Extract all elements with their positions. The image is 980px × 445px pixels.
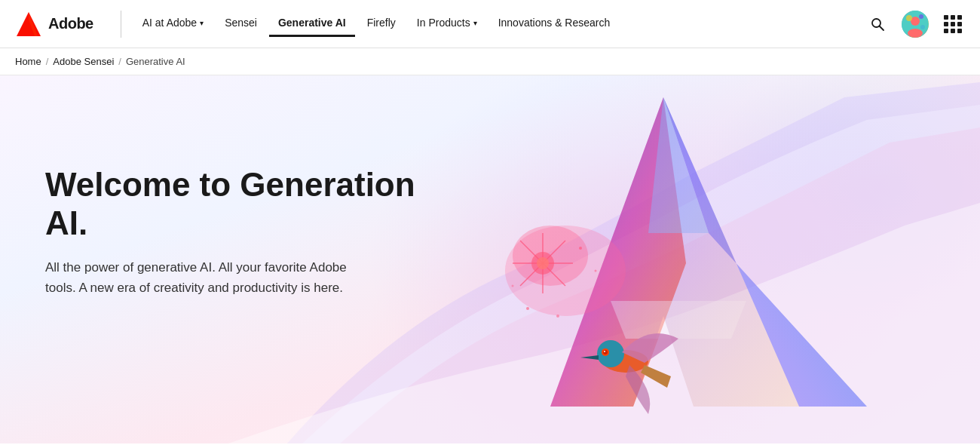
apps-grid-button[interactable]	[941, 12, 965, 36]
breadcrumb-home[interactable]: Home	[15, 56, 41, 67]
svg-point-8	[919, 14, 923, 19]
breadcrumb-current: Generative AI	[126, 56, 185, 67]
hero-content: Welcome to Generation AI. All the power …	[45, 166, 460, 299]
breadcrumb-adobe-sensei[interactable]: Adobe Sensei	[53, 56, 114, 67]
svg-point-7	[906, 15, 912, 21]
chevron-down-icon: ▾	[473, 19, 477, 27]
main-navigation: Adobe AI at Adobe ▾ Sensei Generative AI…	[0, 0, 980, 48]
svg-point-9	[920, 25, 925, 29]
user-avatar-icon	[902, 11, 929, 38]
nav-link-generative-ai[interactable]: Generative AI	[269, 11, 355, 37]
nav-link-ai-at-adobe[interactable]: AI at Adobe ▾	[133, 11, 213, 37]
svg-point-11	[597, 340, 624, 367]
hero-subtitle: All the power of generative AI. All your…	[45, 257, 377, 298]
search-icon	[870, 17, 885, 32]
svg-line-3	[880, 26, 884, 30]
nav-link-sensei[interactable]: Sensei	[216, 11, 266, 37]
breadcrumb-separator: /	[46, 56, 49, 67]
avatar[interactable]	[902, 11, 929, 38]
nav-actions	[865, 11, 965, 38]
nav-divider	[121, 11, 121, 38]
nav-link-innovations-research[interactable]: Innovations & Research	[489, 11, 620, 37]
nav-links: AI at Adobe ▾ Sensei Generative AI Firef…	[133, 11, 865, 37]
nav-link-in-products[interactable]: In Products ▾	[408, 11, 486, 37]
adobe-wordmark: Adobe	[48, 15, 93, 32]
breadcrumb-separator: /	[118, 56, 121, 67]
svg-point-14	[604, 351, 605, 352]
search-button[interactable]	[865, 12, 890, 36]
hero-title: Welcome to Generation AI.	[45, 166, 460, 242]
svg-point-31	[513, 226, 588, 286]
adobe-logo-icon	[15, 11, 42, 38]
brand-logo[interactable]: Adobe	[15, 11, 93, 38]
svg-point-13	[603, 350, 608, 354]
svg-point-6	[908, 29, 923, 38]
grid-icon	[944, 15, 962, 33]
svg-point-27	[526, 307, 529, 310]
nav-link-firefly[interactable]: Firefly	[358, 11, 405, 37]
chevron-down-icon: ▾	[200, 19, 204, 27]
hero-section: Welcome to Generation AI. All the power …	[0, 75, 980, 443]
breadcrumb: Home / Adobe Sensei / Generative AI	[0, 48, 980, 75]
